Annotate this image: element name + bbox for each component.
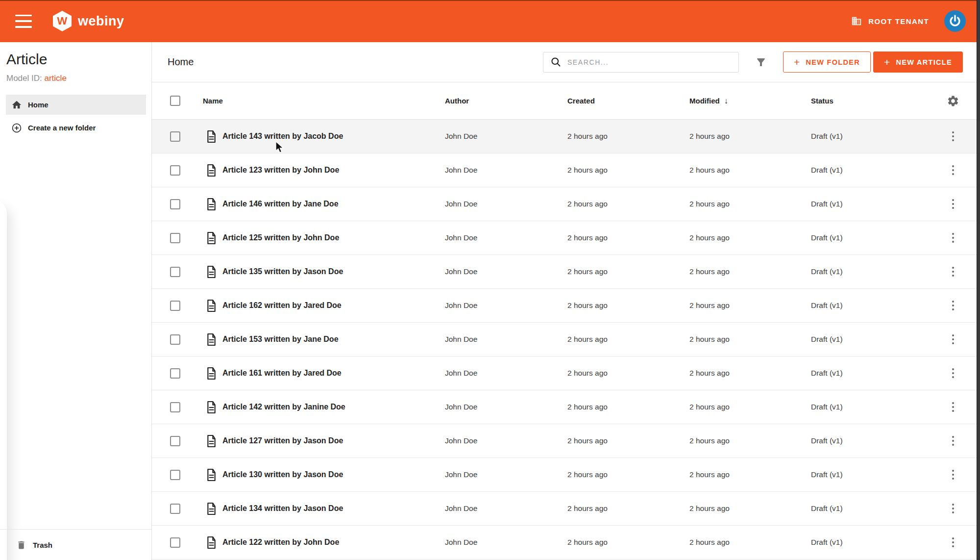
row-checkbox[interactable] [170, 165, 180, 176]
vertical-scrollbar[interactable] [977, 0, 980, 560]
table-row[interactable]: Article 130 written by Jason Doe John Do… [152, 458, 977, 492]
row-checkbox[interactable] [170, 301, 180, 311]
row-name: Article 125 written by John Doe [222, 233, 339, 242]
create-folder-label: Create a new folder [28, 124, 96, 132]
kebab-menu-icon[interactable] [948, 264, 958, 280]
table-row[interactable]: Article 125 written by John Doe John Doe… [152, 221, 977, 255]
hamburger-menu-icon[interactable] [15, 15, 32, 28]
document-icon [206, 130, 217, 143]
app-window: W webiny ROOT TENANT Article Model ID: a… [0, 0, 980, 560]
model-id-label: Model ID: [6, 74, 42, 83]
tenant-selector[interactable]: ROOT TENANT [851, 16, 929, 26]
row-author: John Doe [445, 187, 567, 221]
row-checkbox[interactable] [170, 233, 180, 243]
row-author: John Doe [445, 221, 567, 255]
row-checkbox[interactable] [170, 267, 180, 277]
row-author: John Doe [445, 390, 567, 424]
kebab-menu-icon[interactable] [948, 128, 958, 145]
table-row[interactable]: Article 135 written by Jason Doe John Do… [152, 255, 977, 289]
table-row[interactable]: Article 153 written by Jane Doe John Doe… [152, 323, 977, 356]
row-status: Draft (v1) [811, 120, 935, 153]
row-status: Draft (v1) [811, 356, 935, 390]
kebab-menu-icon[interactable] [948, 433, 958, 449]
row-checkbox[interactable] [170, 402, 180, 412]
kebab-menu-icon[interactable] [948, 501, 958, 517]
select-all-checkbox[interactable] [170, 96, 180, 106]
row-created: 2 hours ago [567, 289, 689, 322]
model-id: Model ID: article [6, 74, 67, 83]
kebab-menu-icon[interactable] [948, 467, 958, 483]
sidebar-item-trash[interactable]: Trash [0, 529, 151, 560]
kebab-menu-icon[interactable] [948, 535, 958, 551]
search-icon [550, 56, 562, 68]
new-article-button[interactable]: + NEW ARTICLE [873, 51, 963, 73]
row-checkbox[interactable] [170, 334, 180, 345]
new-article-label: NEW ARTICLE [896, 58, 952, 66]
document-icon [206, 333, 217, 346]
model-id-value[interactable]: article [44, 74, 66, 83]
kebab-menu-icon[interactable] [948, 196, 958, 212]
table-row[interactable]: Article 161 written by Jared Doe John Do… [152, 356, 977, 390]
new-folder-label: NEW FOLDER [806, 58, 860, 66]
row-checkbox[interactable] [170, 199, 180, 209]
row-status: Draft (v1) [811, 187, 935, 221]
kebab-menu-icon[interactable] [948, 162, 958, 178]
table-row[interactable]: Article 127 written by Jason Doe John Do… [152, 424, 977, 458]
sidebar: Article Model ID: article Home Create a … [0, 42, 152, 560]
row-status: Draft (v1) [811, 526, 935, 559]
row-checkbox[interactable] [170, 504, 180, 514]
kebab-menu-icon[interactable] [948, 399, 958, 415]
row-checkbox[interactable] [170, 436, 180, 446]
sidebar-item-home[interactable]: Home [6, 95, 146, 115]
row-modified: 2 hours ago [689, 153, 811, 187]
new-folder-button[interactable]: + NEW FOLDER [783, 51, 871, 73]
row-created: 2 hours ago [567, 356, 689, 390]
table-row[interactable]: Article 162 written by Jared Doe John Do… [152, 289, 977, 323]
table-row[interactable]: Article 146 written by Jane Doe John Doe… [152, 187, 977, 221]
table-row[interactable]: Article 143 written by Jacob Doe John Do… [152, 120, 977, 153]
kebab-menu-icon[interactable] [948, 298, 958, 314]
row-status: Draft (v1) [811, 424, 935, 458]
row-created: 2 hours ago [567, 492, 689, 525]
row-checkbox[interactable] [170, 537, 180, 548]
column-header-modified[interactable]: Modified ↓ [689, 82, 811, 119]
content-header: Home + NEW FOLDER + NEW ARTICLE [152, 42, 980, 82]
row-modified: 2 hours ago [689, 390, 811, 424]
table-header: Name Author Created Modified ↓ Status [152, 82, 977, 120]
user-avatar[interactable] [944, 10, 966, 32]
row-modified: 2 hours ago [689, 120, 811, 153]
trash-label: Trash [33, 541, 52, 549]
model-title: Article [6, 51, 47, 68]
search-input[interactable] [567, 52, 738, 72]
kebab-menu-icon[interactable] [948, 331, 958, 348]
column-header-created[interactable]: Created [567, 82, 689, 119]
filter-button[interactable] [755, 56, 767, 69]
column-header-author[interactable]: Author [445, 82, 567, 119]
row-modified: 2 hours ago [689, 289, 811, 322]
row-author: John Doe [445, 424, 567, 458]
table-row[interactable]: Article 122 written by John Doe John Doe… [152, 526, 977, 560]
plus-circle-icon [11, 123, 22, 133]
row-status: Draft (v1) [811, 458, 935, 491]
trash-icon [16, 540, 26, 550]
row-created: 2 hours ago [567, 323, 689, 356]
table-row[interactable]: Article 134 written by Jason Doe John Do… [152, 492, 977, 526]
create-folder-button[interactable]: Create a new folder [6, 118, 146, 138]
table-settings-button[interactable] [935, 82, 977, 119]
table-row[interactable]: Article 142 written by Janine Doe John D… [152, 390, 977, 424]
column-header-name[interactable]: Name [203, 82, 445, 119]
document-icon [206, 502, 217, 515]
main-content: Home + NEW FOLDER + NEW ARTICLE Na [152, 42, 980, 560]
row-checkbox[interactable] [170, 131, 180, 142]
row-checkbox[interactable] [170, 368, 180, 379]
sort-desc-icon: ↓ [724, 97, 728, 105]
kebab-menu-icon[interactable] [948, 230, 958, 246]
webiny-logo[interactable]: W [53, 11, 72, 31]
window-top-edge [0, 0, 980, 1]
kebab-menu-icon[interactable] [948, 365, 958, 382]
row-checkbox[interactable] [170, 470, 180, 480]
column-header-status[interactable]: Status [811, 82, 935, 119]
drawer-shadow [0, 199, 7, 560]
gear-icon [947, 95, 959, 107]
table-row[interactable]: Article 123 written by John Doe John Doe… [152, 153, 977, 187]
